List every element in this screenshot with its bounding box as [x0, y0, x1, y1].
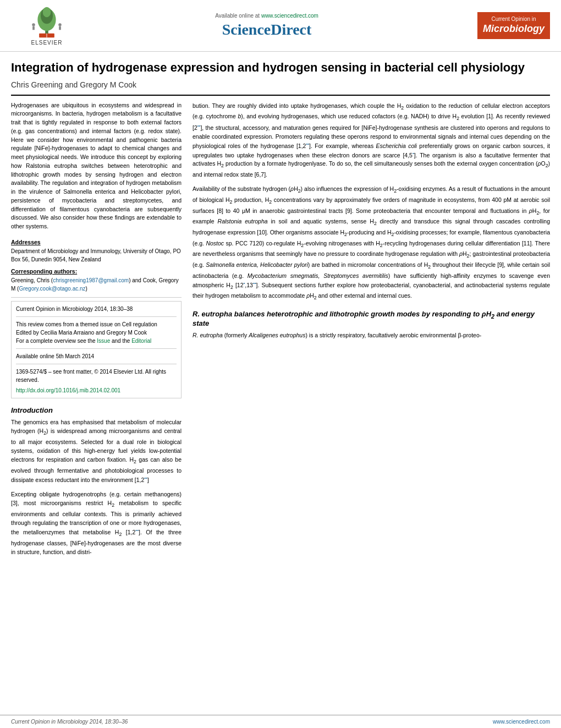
section2-heading: R. eutropha balances heterotrophic and l…	[193, 310, 550, 328]
journal-current-opinion: Current Opinion in	[483, 15, 544, 23]
abstract-text: Hydrogenases are ubiquitous in ecosystem…	[11, 101, 182, 231]
right-para2: Availability of the substrate hydrogen (…	[193, 184, 550, 302]
elsevier-logo-area: ELSEVIER	[11, 6, 82, 46]
intro-para2: Excepting obligate hydrogenotrophs (e.g.…	[11, 490, 182, 556]
svg-point-6	[58, 23, 62, 26]
article-authors: Chris Greening and Gregory M Cook	[11, 80, 550, 89]
main-content: Integration of hydrogenase expression an…	[0, 52, 561, 562]
email-link-1[interactable]: chrisgreening1987@gmail.com	[53, 277, 129, 283]
corresponding-section: Corresponding authors: Greening, Chris (…	[11, 268, 182, 293]
intro-para1: The genomics era has emphasised that met…	[11, 418, 182, 484]
right-column-inner: bution. They are roughly divided into up…	[193, 101, 550, 340]
sciencedirect-branding: Available online at www.sciencedirect.co…	[82, 13, 451, 39]
complete-overview-text: For a complete overview see the	[16, 338, 96, 344]
divider-1	[11, 297, 182, 298]
website-link[interactable]: www.sciencedirect.com	[261, 13, 318, 19]
page-footer: Current Opinion in Microbiology 2014, 18…	[0, 715, 561, 728]
article-title: Integration of hydrogenase expression an…	[11, 60, 550, 76]
elsevier-tree-icon	[25, 6, 69, 39]
footer-right: www.sciencedirect.com	[493, 719, 550, 725]
doi-link[interactable]: http://dx.doi.org/10.1016/j.mib.2014.02.…	[16, 386, 177, 395]
available-online-date: Available online 5th March 2014	[16, 353, 94, 359]
elsevier-label: ELSEVIER	[31, 40, 63, 46]
svg-rect-5	[32, 26, 35, 30]
addresses-section: Addresses Department of Microbiology and…	[11, 239, 182, 264]
introduction-heading: Introduction	[11, 406, 182, 414]
right-column: bution. They are roughly divided into up…	[193, 101, 550, 562]
divider-4	[16, 364, 177, 364]
addresses-title: Addresses	[11, 239, 182, 245]
sciencedirect-title: ScienceDirect	[82, 21, 451, 39]
issue-link[interactable]: Issue	[97, 338, 110, 344]
email-link-2[interactable]: Gregory.cook@otago.ac.nz	[19, 286, 85, 292]
svg-point-4	[32, 23, 35, 26]
journal-badge: Current Opinion in Microbiology	[477, 12, 550, 39]
journal-info-text: Current Opinion in Microbiology 2014, 18…	[16, 306, 133, 312]
section2-para1: R. eutropha (formerly Alcaligenes eutrop…	[193, 331, 550, 340]
journal-info-box: Current Opinion in Microbiology 2014, 18…	[11, 301, 182, 398]
divider-3	[16, 348, 177, 349]
journal-badge-area: Current Opinion in Microbiology	[451, 12, 550, 39]
edited-by-text: Edited by Cecilia Maria Arraiano and Gre…	[16, 330, 147, 336]
page-header: ELSEVIER Available online at www.science…	[0, 0, 561, 52]
svg-point-3	[43, 7, 51, 17]
rights-text: 1369-5274/$ – see front matter, © 2014 E…	[16, 369, 166, 383]
corresponding-title: Corresponding authors:	[11, 268, 182, 275]
available-online-text: Available online at www.sciencedirect.co…	[82, 13, 451, 19]
left-column: Hydrogenases are ubiquitous in ecosystem…	[11, 101, 182, 562]
editorial-link[interactable]: Editorial	[131, 338, 151, 344]
two-column-layout: Hydrogenases are ubiquitous in ecosystem…	[11, 101, 550, 562]
divider-2	[16, 316, 177, 317]
addresses-text: Department of Microbiology and Immunolog…	[11, 247, 182, 264]
right-para1: bution. They are roughly divided into up…	[193, 101, 550, 179]
article-title-section: Integration of hydrogenase expression an…	[11, 52, 550, 96]
footer-left: Current Opinion in Microbiology 2014, 18…	[11, 719, 128, 725]
corresponding-text: Greening, Chris (chrisgreening1987@gmail…	[11, 276, 182, 293]
themed-issue-text: This review comes from a themed issue on…	[16, 321, 157, 327]
svg-rect-7	[59, 26, 61, 30]
journal-microbiology: Microbiology	[483, 23, 544, 35]
